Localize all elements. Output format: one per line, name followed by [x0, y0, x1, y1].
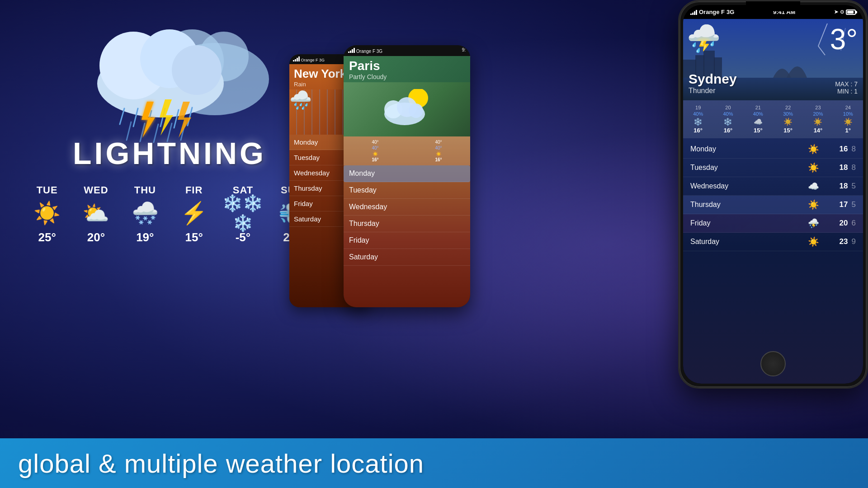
settings-icon: ⊙ [840, 9, 844, 15]
sydney-icon-tuesday: ☀️ [807, 162, 820, 173]
sydney-temps-thursday: 17 5 [820, 200, 856, 209]
day-label-thu: THU [134, 184, 156, 196]
sydney-weather-icon-large: ⛈️ [687, 23, 721, 55]
day-icon-sat: ❄️❄️❄️ [227, 200, 259, 227]
paris-day-friday: Friday [349, 236, 369, 244]
cloud-graphic [75, 25, 264, 138]
ny-day-tuesday: Tuesday [294, 154, 320, 161]
sydney-temps-saturday: 23 9 [820, 237, 856, 246]
day-temp-wed: 20° [87, 230, 105, 244]
day-label-fir: FIR [185, 184, 203, 196]
paris-hourly-strip: 40° 40° ☀️ 16° 40° 40° ☀️ 16° [344, 136, 470, 165]
svg-point-6 [172, 45, 222, 95]
sydney-h1-pct: 40% [693, 111, 703, 117]
paris-weather-screen: Paris Partly Cloudy [344, 56, 470, 307]
svg-line-13 [127, 122, 131, 140]
sydney-h4-icon: ☀️ [783, 117, 793, 126]
day-temp-fir: 15° [185, 230, 203, 244]
sydney-high-saturday: 23 [840, 237, 848, 246]
sydney-day-thursday: Thursday [690, 201, 807, 209]
paris-signal [348, 47, 355, 53]
paris-day-tuesday: Tuesday [349, 186, 377, 194]
sydney-screen-inner: Orange F 3G 9:41 AM ➤ ⊙ [683, 5, 863, 384]
sydney-maxmin: MAX : 7 MIN : 1 [835, 80, 858, 95]
sydney-max: MAX : 7 [835, 80, 858, 88]
ny-day-monday: Monday [294, 138, 318, 146]
phone-sydney[interactable]: Orange F 3G 9:41 AM ➤ ⊙ [678, 0, 868, 389]
paris-screen: Orange F 3G 9: Paris Partly Cloudy [344, 45, 470, 307]
sydney-icon-monday: ☀️ [807, 144, 820, 155]
sydney-temp-value: 3 [830, 23, 846, 56]
sydney-low-monday: 8 [852, 145, 856, 154]
paris-hourly-item-2: 40° 40° ☀️ 16° [407, 138, 470, 164]
sydney-day-friday: Friday [690, 219, 807, 227]
svg-line-15 [154, 124, 158, 142]
ny-day-wednesday: Wednesday [294, 169, 330, 177]
ny-weather-icon: 🌧️ [289, 90, 312, 110]
paris-header: Paris Partly Cloudy [344, 56, 470, 82]
paris-day-list: Monday Tuesday Wednesday Thursday Friday [344, 165, 470, 266]
sydney-hourly-4: 22 30% ☀️ 15° [773, 103, 803, 136]
sydney-h5-icon: ☀️ [813, 117, 822, 126]
paris-h1-temp: 16° [372, 157, 378, 162]
phone-paris[interactable]: Orange F 3G 9: Paris Partly Cloudy [344, 45, 470, 307]
ny-signal [293, 56, 300, 61]
sydney-low-tuesday: 8 [852, 163, 856, 172]
sydney-daily-friday: Friday ⛈️ 20 6 [683, 214, 863, 233]
paris-h2-icon: ☀️ [436, 151, 441, 156]
sydney-status-left: Orange F 3G [690, 9, 734, 15]
sydney-condition-label: Thunder [689, 87, 737, 95]
sydney-hero-image: ⛈️ 3° Sydney Thunder MAX : 7 [683, 19, 863, 100]
sydney-h5-temp: 14° [814, 127, 823, 134]
paris-h1-time: 40° [372, 140, 378, 145]
sydney-weather-screen: ⛈️ 3° Sydney Thunder MAX : 7 [683, 19, 863, 384]
paris-status-bar: Orange F 3G 9: [344, 45, 470, 56]
day-label-wed: WED [84, 184, 108, 196]
list-item: Monday [344, 165, 470, 182]
sydney-daily-saturday: Saturday ☀️ 23 9 [683, 233, 863, 251]
sydney-daily-monday: Monday ☀️ 16 8 [683, 140, 863, 159]
forecast-day-sat: SAT ❄️❄️❄️ -5° [227, 184, 259, 244]
sydney-city-overlay: Sydney Thunder [689, 71, 737, 95]
paris-day-wednesday: Wednesday [349, 203, 387, 211]
tagline-text: global & multiple weather location [18, 448, 424, 479]
sydney-icon-thursday: ☀️ [807, 199, 820, 210]
battery-icon [846, 9, 856, 15]
ny-day-saturday: Saturday [294, 215, 321, 223]
sydney-low-saturday: 9 [852, 237, 856, 246]
sydney-high-thursday: 17 [840, 200, 848, 209]
sydney-daily-tuesday: Tuesday ☀️ 18 8 [683, 159, 863, 177]
svg-line-7 [120, 108, 124, 124]
list-item: Wednesday [344, 199, 470, 216]
sydney-hourly-2: 20 40% ❄️ 16° [713, 103, 743, 136]
sydney-h2-hour: 20 [725, 105, 731, 110]
paris-day-thursday: Thursday [349, 220, 379, 228]
paris-time: 9: [462, 47, 466, 54]
paris-h1-icon: ☀️ [373, 151, 378, 156]
svg-line-14 [140, 123, 145, 141]
sydney-hourly-3: 21 40% ☁️ 15° [743, 103, 773, 136]
sydney-h2-icon: ❄️ [723, 117, 732, 126]
svg-line-16 [167, 123, 172, 141]
sydney-low-wednesday: 5 [852, 182, 856, 191]
sydney-day-saturday: Saturday [690, 238, 807, 246]
sydney-h2-temp: 16° [724, 127, 733, 134]
paris-condition: Partly Cloudy [349, 73, 465, 80]
svg-point-25 [409, 103, 423, 118]
sydney-h3-hour: 21 [755, 105, 761, 110]
weather-animation [23, 14, 316, 149]
sydney-h5-pct: 20% [813, 111, 823, 117]
home-button[interactable] [760, 351, 786, 376]
paris-weather-svg [380, 89, 434, 130]
sydney-high-friday: 20 [840, 219, 848, 228]
sydney-h3-pct: 40% [753, 111, 763, 117]
list-item: Friday [344, 232, 470, 249]
sydney-carrier: Orange F [699, 9, 725, 15]
list-item: Saturday [344, 249, 470, 266]
sydney-network: 3G [726, 9, 734, 15]
phone-notch [746, 1, 800, 11]
sydney-temps-wednesday: 18 5 [820, 182, 856, 191]
sydney-icon-saturday: ☀️ [807, 236, 820, 247]
sydney-h4-pct: 30% [783, 111, 793, 117]
sydney-hourly-6: 24 10% ☀️ 1° [833, 103, 863, 136]
